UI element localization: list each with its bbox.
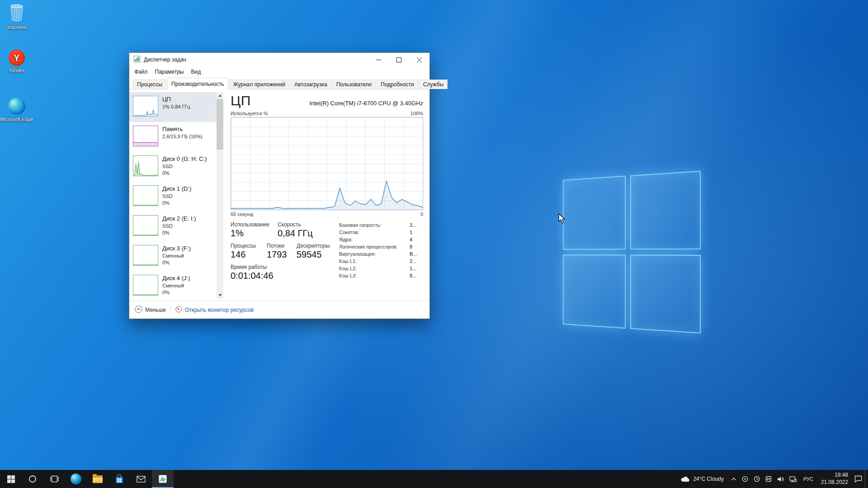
sidebar-item-disk3[interactable]: Диск 3 (F:) Сменный 0% [129, 241, 217, 271]
start-button[interactable] [0, 470, 22, 488]
chart-timespan-label: 60 секунд [231, 211, 253, 217]
logo-pane [630, 255, 701, 333]
show-desktop-button[interactable] [865, 470, 868, 488]
fewer-details-button[interactable]: Меньше [135, 305, 166, 314]
mail-envelope-icon [137, 476, 146, 483]
recycle-bin-icon [9, 4, 24, 23]
menu-file[interactable]: Файл [131, 67, 151, 76]
tray-app-icon-1[interactable] [739, 470, 751, 488]
action-center-button[interactable] [852, 470, 865, 488]
detail-cache-l2: Кэш L2: 1... [339, 266, 423, 271]
notification-icon [854, 475, 862, 483]
sidebar-item-disk0[interactable]: Диск 0 (G: H: C:) SSD 0% [129, 152, 217, 182]
resource-monitor-icon [175, 306, 182, 314]
chart-zero-label: 0 [420, 211, 423, 217]
tab-processes[interactable]: Процессы [133, 80, 166, 89]
disk2-sparkline [133, 215, 158, 236]
menu-options[interactable]: Параметры [151, 67, 188, 76]
cpu-details: Базовая скорость: 3... Сокетов: 1 Ядра: … [339, 221, 423, 300]
task-manager-taskbar-button[interactable] [152, 470, 174, 488]
network-tray-icon[interactable] [787, 470, 799, 488]
taskbar-time: 18:48 [821, 472, 848, 479]
cortana-search-button[interactable] [22, 470, 43, 488]
disk4-sparkline [133, 275, 158, 296]
sidebar-item-disk4[interactable]: Диск 4 (J:) Сменный 0% [129, 271, 217, 301]
stat-uptime: Время работы 0:01:04:46 [231, 264, 274, 281]
cpu-model: Intel(R) Core(TM) i7-6700 CPU @ 3.40GHz [309, 100, 423, 107]
window-footer: Меньше Открыть монитор ресурсов [129, 300, 429, 319]
language-indicator[interactable]: РУС [799, 470, 817, 488]
yandex-icon: Y [9, 50, 25, 66]
detail-cores: Ядра: 4 [339, 237, 423, 242]
detail-base-speed: Базовая скорость: 3... [339, 222, 423, 228]
detail-virtualization: Виртуализация: В... [339, 251, 423, 257]
tab-startup[interactable]: Автозагрузка [290, 80, 331, 89]
detail-sockets: Сокетов: 1 [339, 230, 423, 235]
tab-performance[interactable]: Производительность [167, 78, 228, 89]
detail-cache-l3: Кэш L3: 8... [339, 273, 423, 278]
cpu-sparkline [133, 96, 158, 117]
store-bag-icon [115, 474, 124, 484]
detail-logical-processors: Логических процессоров: 8 [339, 244, 423, 249]
scroll-down-button[interactable] [217, 292, 223, 299]
memory-sparkline [133, 126, 158, 146]
microsoft-store-taskbar-button[interactable] [108, 470, 130, 488]
sidebar-item-cpu[interactable]: ЦП 1% 0,84 ГГц [129, 92, 217, 122]
cpu-panel: ЦП Intel(R) Core(TM) i7-6700 CPU @ 3.40G… [223, 92, 429, 300]
desktop-icon-edge[interactable]: Microsoft Edge [0, 98, 37, 122]
taskbar: 24°C Cloudy РУС 18:48 21.08.2022 [0, 470, 868, 488]
window-title: Диспетчер задач [144, 56, 186, 63]
scroll-up-button[interactable] [217, 92, 223, 99]
weather-widget[interactable]: 24°C Cloudy [676, 476, 728, 482]
cpu-usage-chart [231, 117, 423, 210]
cpu-stats: Использование 1% Скорость 0,84 ГГц Проце… [231, 221, 339, 300]
hidden-icons-button[interactable] [728, 470, 739, 488]
chart-max-label: 100% [410, 111, 423, 116]
tab-services[interactable]: Службы [419, 80, 448, 89]
mail-taskbar-button[interactable] [130, 470, 152, 488]
tab-app-history[interactable]: Журнал приложений [229, 80, 289, 89]
edge-taskbar-button[interactable] [65, 470, 87, 488]
open-resource-monitor-link[interactable]: Открыть монитор ресурсов [175, 306, 254, 314]
tab-users[interactable]: Пользователи [332, 80, 376, 89]
task-manager-app-icon [133, 56, 141, 64]
minimize-button[interactable] [368, 53, 389, 66]
desktop-icon-recycle-bin[interactable]: Корзина [0, 4, 37, 30]
task-manager-window: Диспетчер задач Файл Параметры Вид Проце… [129, 52, 430, 319]
system-tray: 24°C Cloudy РУС 18:48 21.08.2022 [676, 470, 868, 488]
close-button[interactable] [409, 53, 429, 66]
window-titlebar[interactable]: Диспетчер задач [129, 53, 429, 66]
logo-pane [563, 254, 626, 328]
taskbar-clock[interactable]: 18:48 21.08.2022 [817, 472, 852, 486]
volume-tray-icon[interactable] [774, 470, 787, 488]
file-explorer-taskbar-button[interactable] [87, 470, 108, 488]
taskbar-date: 21.08.2022 [821, 479, 848, 486]
maximize-button[interactable] [389, 53, 409, 66]
sidebar-item-memory[interactable]: Память 2,6/15,9 ГБ (16%) [129, 122, 217, 152]
sidebar-item-disk2[interactable]: Диск 2 (E: I:) SSD 0% [129, 211, 217, 241]
tray-app-icon-2[interactable] [763, 470, 774, 488]
menu-view[interactable]: Вид [187, 67, 204, 76]
scroll-thumb[interactable] [217, 99, 223, 150]
edge-icon [71, 474, 81, 484]
chevron-up-icon [731, 477, 736, 481]
chart-usage-label: Используется % [231, 111, 268, 116]
sync-clock-tray-icon[interactable] [751, 470, 763, 488]
tab-details[interactable]: Подробности [377, 80, 418, 89]
stat-handles: Дескрипторы 59545 [297, 243, 330, 260]
footer-divider [170, 306, 171, 314]
menu-bar: Файл Параметры Вид [129, 66, 429, 77]
disk1-sparkline [133, 185, 158, 206]
task-manager-icon [158, 474, 167, 483]
logo-pane [630, 171, 701, 249]
chevron-up-circle-icon [135, 305, 142, 314]
sidebar-item-disk1[interactable]: Диск 1 (D:) SSD 0% [129, 182, 217, 211]
stat-usage: Использование 1% [231, 221, 278, 239]
sidebar-scrollbar[interactable] [217, 92, 223, 299]
desktop-icon-yandex[interactable]: Y Yandex [0, 50, 37, 73]
logo-pane [563, 176, 626, 250]
task-view-button[interactable] [43, 470, 65, 488]
tab-strip: Процессы Производительность Журнал прило… [129, 77, 429, 89]
performance-sidebar: ЦП 1% 0,84 ГГц Память 2,6/15,9 ГБ (16%) … [129, 92, 223, 300]
stat-processes: Процессы 146 [231, 243, 267, 260]
